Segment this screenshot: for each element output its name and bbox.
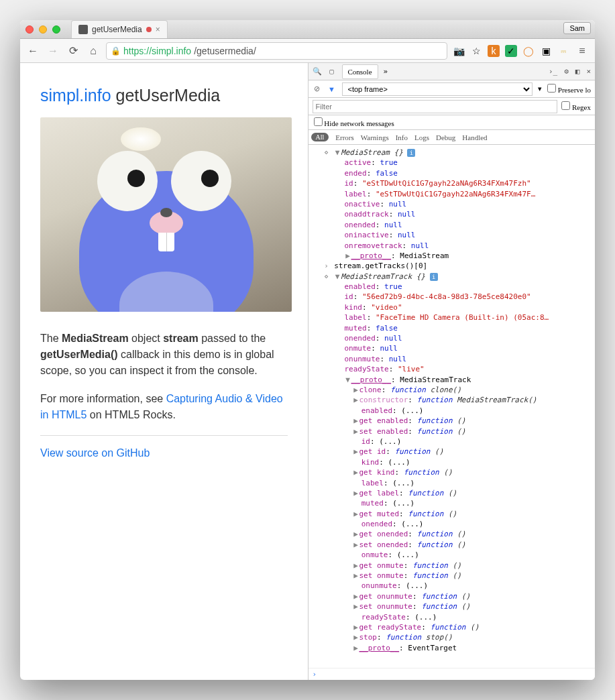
window-close-button[interactable] [25,25,34,34]
bookmark-star-icon[interactable]: ☆ [470,45,482,57]
url-scheme: https [123,46,144,56]
filter-logs[interactable]: Logs [414,133,429,141]
devtools-panel: 🔍 ▢ Console » ›_ ⚙ ◧ × ⊘ ▼ <top frame> ▾… [308,63,596,680]
device-icon[interactable]: ▢ [327,67,337,76]
filter-funnel-icon[interactable]: ▼ [327,84,337,94]
context-select[interactable]: <top frame> [342,82,533,96]
filter-handled[interactable]: Handled [462,133,487,141]
preserve-log-checkbox[interactable] [547,84,556,93]
browser-toolbar: ← → ⟳ ⌂ 🔒 https://simpl.info/getusermedi… [20,39,595,63]
url-host: ://simpl.info [144,46,191,56]
recording-indicator-icon [146,27,152,32]
devtools-close-icon[interactable]: × [586,67,591,76]
hide-network-label[interactable]: Hide network messages [314,117,394,127]
filter-errors[interactable]: Errors [335,133,354,141]
camera-permission-icon[interactable]: 📷 [453,45,465,57]
console-object[interactable]: ⋄ ▼MediaStream {} i [314,148,596,158]
tab-favicon [78,25,88,34]
inspect-icon[interactable]: 🔍 [313,67,322,76]
hide-network-row: Hide network messages [309,115,596,130]
filter-bar: Regex [309,98,596,115]
url-path: /getusermedia/ [194,46,256,56]
regex-label[interactable]: Regex [561,101,591,111]
window-minimize-button[interactable] [39,25,47,34]
paragraph-1: The MediaStream object stream passed to … [40,331,288,379]
paragraph-2: For more information, see Capturing Audi… [40,391,288,423]
browser-tab[interactable]: getUserMedia × [71,20,168,38]
filter-debug[interactable]: Debug [436,133,455,141]
github-link[interactable]: View source on GitHub [40,447,150,459]
settings-gear-icon[interactable]: ⚙ [564,67,569,76]
drawer-icon[interactable]: ›_ [549,67,557,76]
more-tabs[interactable]: » [384,67,388,76]
profile-button[interactable]: Sam [563,22,591,34]
reload-button[interactable]: ⟳ [66,44,80,58]
extension-icon-2[interactable]: ✓ [505,45,517,57]
console-prompt[interactable]: › [309,668,596,680]
tab-close-icon[interactable]: × [156,25,160,34]
regex-checkbox[interactable] [561,101,570,110]
console-output[interactable]: ⋄ ▼MediaStream {} i active: true ended: … [309,145,596,668]
filter-input[interactable] [313,100,558,113]
title-link[interactable]: simpl.info [40,86,111,105]
back-button[interactable]: ← [25,44,40,58]
hide-network-checkbox[interactable] [314,117,323,126]
content-area: simpl.info getUserMedia The MediaStream … [20,63,595,680]
web-page: simpl.info getUserMedia The MediaStream … [20,63,308,680]
extension-icon-4[interactable]: ⎓ [557,45,569,57]
dock-icon[interactable]: ◧ [575,67,580,76]
console-object[interactable]: ⋄ ▼MediaStreamTrack {} i [314,272,596,282]
devtools-toolbar: 🔍 ▢ Console » ›_ ⚙ ◧ × [309,63,596,80]
video-preview [40,117,292,312]
log-level-filters: All Errors Warnings Info Logs Debug Hand… [309,130,596,145]
clear-console-icon[interactable]: ⊘ [313,84,322,94]
extension-icon-3[interactable]: ◯ [522,45,535,57]
title-text: getUserMedia [111,86,221,105]
traffic-lights [25,25,60,34]
address-bar[interactable]: 🔒 https://simpl.info/getusermedia/ [106,42,447,60]
window-maximize-button[interactable] [52,25,60,34]
window-titlebar: getUserMedia × Sam [20,20,595,39]
lock-icon: 🔒 [111,46,121,56]
cast-icon[interactable]: ▣ [540,45,552,57]
filter-all[interactable]: All [311,133,329,141]
menu-button[interactable]: ≡ [575,44,590,58]
preserve-log-label[interactable]: Preserve lo [547,84,591,94]
forward-button[interactable]: → [46,44,60,58]
console-tab[interactable]: Console [342,64,378,79]
filter-warnings[interactable]: Warnings [361,133,389,141]
console-expr[interactable]: › stream.getTracks()[0] [314,261,596,271]
divider [40,435,288,436]
page-title: simpl.info getUserMedia [40,86,288,105]
context-dropdown-icon[interactable]: ▾ [538,84,542,93]
console-context-bar: ⊘ ▼ <top frame> ▾ Preserve lo [309,80,596,98]
tab-title: getUserMedia [92,25,142,34]
filter-info[interactable]: Info [396,133,408,141]
toolbar-icons: 📷 ☆ k ✓ ◯ ▣ ⎓ ≡ [453,44,590,58]
home-button[interactable]: ⌂ [86,44,101,58]
extension-icon-1[interactable]: k [488,45,500,57]
browser-window: getUserMedia × Sam ← → ⟳ ⌂ 🔒 https://sim… [20,20,595,680]
